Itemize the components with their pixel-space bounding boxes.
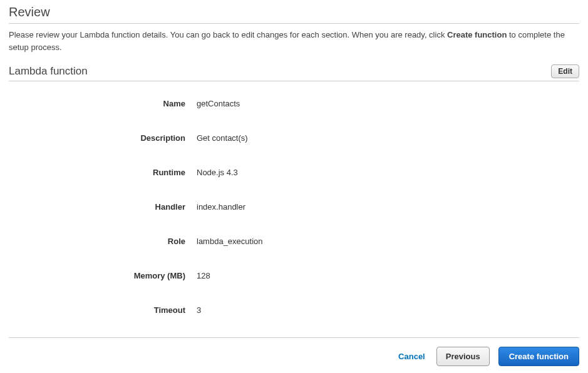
field-value-memory: 128 (197, 271, 210, 280)
section-title: Lambda function (9, 65, 88, 78)
cancel-link[interactable]: Cancel (396, 348, 428, 365)
field-row-description: Description Get contact(s) (9, 133, 579, 143)
field-label-runtime: Runtime (9, 168, 197, 177)
fields-container: Name getContacts Description Get contact… (9, 99, 579, 315)
field-label-timeout: Timeout (9, 305, 197, 315)
page-title: Review (9, 5, 579, 24)
field-label-handler: Handler (9, 202, 197, 212)
field-row-name: Name getContacts (9, 99, 579, 108)
create-function-button[interactable]: Create function (498, 347, 579, 366)
field-value-runtime: Node.js 4.3 (197, 168, 238, 177)
field-row-role: Role lambda_execution (9, 237, 579, 246)
field-value-name: getContacts (197, 99, 240, 108)
field-row-timeout: Timeout 3 (9, 305, 579, 315)
field-row-memory: Memory (MB) 128 (9, 271, 579, 280)
field-value-role: lambda_execution (197, 237, 263, 246)
intro-text-a: Please review your Lambda function detai… (9, 30, 447, 39)
field-label-role: Role (9, 237, 197, 246)
field-label-name: Name (9, 99, 197, 108)
field-row-handler: Handler index.handler (9, 202, 579, 212)
field-label-description: Description (9, 133, 197, 143)
edit-button[interactable]: Edit (551, 64, 579, 78)
intro-text: Please review your Lambda function detai… (9, 29, 579, 53)
field-value-description: Get contact(s) (197, 133, 248, 143)
previous-button[interactable]: Previous (436, 347, 490, 366)
field-value-timeout: 3 (197, 305, 201, 315)
section-header: Lambda function Edit (9, 64, 579, 81)
button-bar: Cancel Previous Create function (9, 337, 579, 366)
intro-text-strong: Create function (447, 30, 507, 39)
field-value-handler: index.handler (197, 202, 245, 212)
field-label-memory: Memory (MB) (9, 271, 197, 280)
field-row-runtime: Runtime Node.js 4.3 (9, 168, 579, 177)
